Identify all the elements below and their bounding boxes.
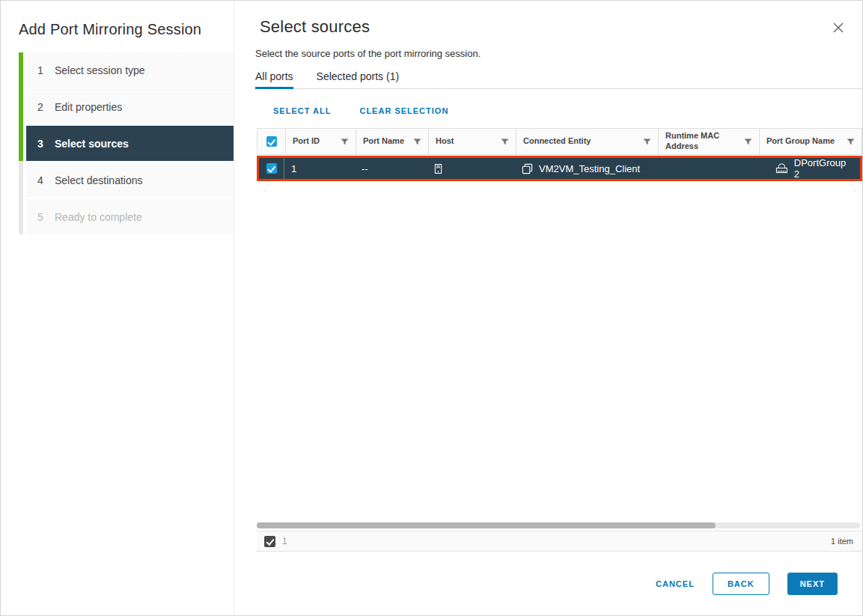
step-number: 3 bbox=[36, 138, 45, 150]
back-button[interactable]: BACK bbox=[713, 573, 769, 595]
cell-host bbox=[427, 158, 515, 179]
table-footer: 1 1 item bbox=[257, 531, 862, 552]
column-header-runtime-mac[interactable]: Runtime MAC Address bbox=[658, 129, 759, 154]
connected-entity-name: VM2VM_Testing_Client bbox=[539, 163, 640, 174]
next-button[interactable]: NEXT bbox=[787, 573, 838, 595]
select-all-button[interactable]: SELECT ALL bbox=[273, 106, 331, 115]
clear-selection-button[interactable]: CLEAR SELECTION bbox=[359, 106, 448, 115]
column-header-port-group[interactable]: Port Group Name bbox=[759, 129, 862, 154]
horizontal-scrollbar bbox=[257, 520, 860, 531]
column-header-connected-entity[interactable]: Connected Entity bbox=[516, 129, 658, 154]
step-select-destinations[interactable]: 4 Select destinations bbox=[26, 162, 234, 198]
wizard-sidebar: Add Port Mirroring Session 1 Select sess… bbox=[1, 1, 234, 615]
host-icon bbox=[434, 163, 442, 174]
filter-funnel-icon[interactable] bbox=[341, 138, 349, 146]
step-label: Ready to complete bbox=[55, 211, 142, 223]
scrollbar-thumb[interactable] bbox=[257, 522, 716, 528]
page-title: Select sources bbox=[255, 17, 862, 37]
scrollbar-track[interactable] bbox=[257, 522, 860, 528]
step-number: 1 bbox=[36, 64, 45, 76]
table-body-empty bbox=[257, 181, 862, 520]
filter-funnel-icon[interactable] bbox=[413, 138, 421, 146]
column-header-port-name[interactable]: Port Name bbox=[356, 129, 428, 154]
cell-port-group: DPortGroup 2 bbox=[758, 158, 860, 179]
cell-connected-entity: VM2VM_Testing_Client bbox=[515, 158, 657, 179]
step-label: Select destinations bbox=[55, 174, 143, 186]
select-all-checkbox-cell bbox=[257, 129, 285, 154]
column-header-port-id[interactable]: Port ID bbox=[285, 129, 356, 154]
checkbox-checked-icon[interactable] bbox=[266, 136, 277, 147]
footer-selected-count: 1 bbox=[282, 536, 287, 546]
table-row[interactable]: 1 -- VM2VM_Testing_Client DPortGroup 2 bbox=[257, 156, 862, 181]
checkbox-checked-icon[interactable] bbox=[266, 163, 277, 174]
port-group-icon bbox=[775, 163, 788, 174]
table-header: Port ID Port Name Host Connected Entity … bbox=[257, 128, 862, 155]
step-edit-properties[interactable]: 2 Edit properties bbox=[26, 89, 234, 124]
step-ready-to-complete: 5 Ready to complete bbox=[26, 199, 234, 234]
column-header-host[interactable]: Host bbox=[428, 129, 516, 154]
tab-selected-ports[interactable]: Selected ports (1) bbox=[317, 70, 400, 89]
dialog-actions: CANCEL BACK NEXT bbox=[255, 552, 862, 615]
column-label: Port Name bbox=[363, 136, 404, 147]
ports-table: Port ID Port Name Host Connected Entity … bbox=[257, 128, 862, 552]
step-number: 4 bbox=[36, 174, 45, 186]
column-label: Host bbox=[436, 136, 454, 147]
step-select-sources[interactable]: 3 Select sources bbox=[26, 126, 234, 161]
step-label: Select session type bbox=[55, 64, 145, 76]
step-label: Edit properties bbox=[55, 101, 122, 113]
step-number: 2 bbox=[36, 101, 45, 113]
steps-progress-done bbox=[19, 52, 23, 161]
row-checkbox-cell bbox=[259, 158, 284, 179]
ports-tabs: All ports Selected ports (1) bbox=[255, 70, 862, 89]
selection-toolbar: SELECT ALL CLEAR SELECTION bbox=[273, 106, 862, 115]
column-label: Connected Entity bbox=[523, 136, 591, 147]
column-label: Port ID bbox=[293, 136, 320, 147]
cell-port-id: 1 bbox=[284, 158, 355, 179]
step-select-session-type[interactable]: 1 Select session type bbox=[26, 52, 234, 88]
step-number: 5 bbox=[36, 211, 45, 223]
footer-selection-checkbox-icon bbox=[264, 536, 275, 547]
add-port-mirroring-dialog: Add Port Mirroring Session 1 Select sess… bbox=[0, 0, 863, 616]
vm-icon bbox=[522, 163, 533, 174]
close-icon[interactable] bbox=[832, 21, 845, 34]
cell-runtime-mac bbox=[657, 158, 758, 179]
wizard-title: Add Port Mirroring Session bbox=[19, 19, 216, 39]
filter-funnel-icon[interactable] bbox=[501, 138, 509, 146]
filter-funnel-icon[interactable] bbox=[744, 138, 752, 146]
page-subtitle: Select the source ports of the port mirr… bbox=[255, 48, 862, 59]
cancel-button[interactable]: CANCEL bbox=[656, 573, 695, 595]
cell-port-name: -- bbox=[355, 158, 427, 179]
filter-funnel-icon[interactable] bbox=[643, 138, 651, 146]
column-label: Port Group Name bbox=[766, 136, 835, 147]
tab-all-ports[interactable]: All ports bbox=[255, 70, 293, 89]
filter-funnel-icon[interactable] bbox=[847, 138, 855, 146]
port-group-name: DPortGroup 2 bbox=[794, 157, 853, 180]
step-label: Select sources bbox=[55, 138, 129, 150]
wizard-steps: 1 Select session type 2 Edit properties … bbox=[1, 52, 234, 234]
wizard-content: Select sources Select the source ports o… bbox=[234, 1, 862, 615]
column-label: Runtime MAC Address bbox=[665, 131, 741, 152]
footer-item-count: 1 item bbox=[831, 537, 853, 546]
